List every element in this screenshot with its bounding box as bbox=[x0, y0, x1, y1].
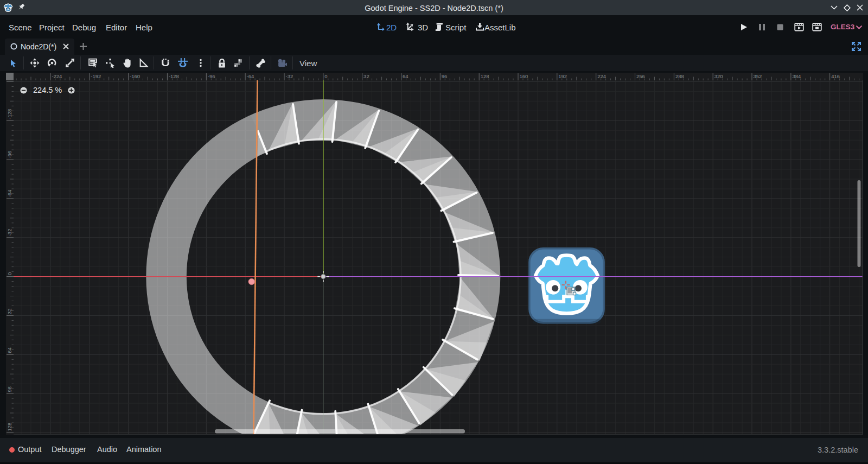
svg-text:384: 384 bbox=[792, 73, 801, 79]
svg-text:32: 32 bbox=[7, 308, 12, 314]
svg-text:256: 256 bbox=[636, 73, 645, 79]
svg-text:64: 64 bbox=[7, 347, 12, 353]
svg-text:96: 96 bbox=[442, 73, 448, 79]
svg-text:-128: -128 bbox=[169, 73, 179, 79]
svg-text:-32: -32 bbox=[286, 73, 293, 79]
svg-text:0: 0 bbox=[7, 272, 12, 275]
svg-text:96: 96 bbox=[7, 386, 12, 392]
svg-text:-64: -64 bbox=[247, 73, 254, 79]
svg-text:224: 224 bbox=[597, 73, 606, 79]
svg-text:320: 320 bbox=[714, 73, 723, 79]
svg-text:416: 416 bbox=[831, 73, 840, 79]
svg-text:-128: -128 bbox=[7, 109, 12, 119]
svg-text:128: 128 bbox=[481, 73, 489, 79]
svg-text:-192: -192 bbox=[91, 73, 101, 79]
svg-text:-96: -96 bbox=[208, 73, 215, 79]
svg-text:192: 192 bbox=[558, 73, 567, 79]
svg-text:-64: -64 bbox=[7, 190, 12, 198]
svg-text:-160: -160 bbox=[130, 73, 140, 79]
svg-text:64: 64 bbox=[403, 73, 409, 79]
svg-text:160: 160 bbox=[520, 73, 528, 79]
svg-text:-32: -32 bbox=[7, 229, 12, 237]
svg-text:128: 128 bbox=[7, 423, 12, 431]
svg-text:-96: -96 bbox=[7, 151, 12, 158]
svg-text:352: 352 bbox=[754, 73, 762, 79]
svg-text:288: 288 bbox=[675, 73, 684, 79]
svg-text:-224: -224 bbox=[52, 73, 62, 79]
svg-text:32: 32 bbox=[363, 73, 369, 79]
svg-text:0: 0 bbox=[324, 73, 327, 79]
